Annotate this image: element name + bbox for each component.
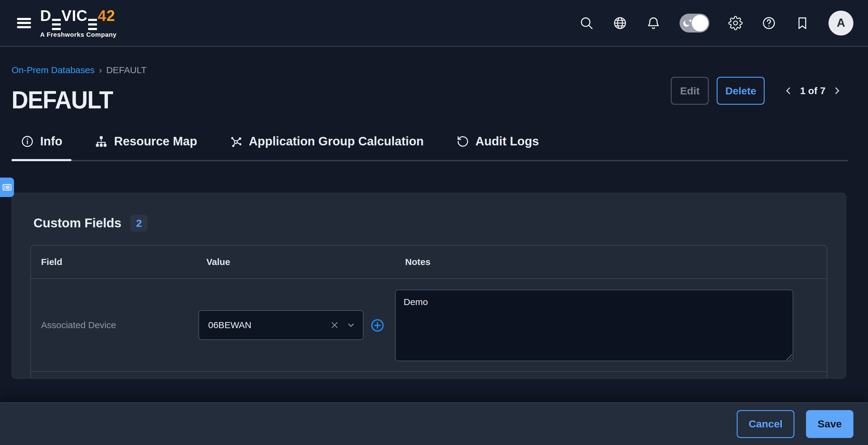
table-row [31,372,827,379]
tab-info[interactable]: Info [11,130,71,160]
tab-resource-map[interactable]: Resource Map [85,130,206,160]
cluster-icon [229,135,243,148]
pagination-label: 1 of 7 [800,85,826,97]
field-name-label: Associated Device [41,279,116,371]
topbar-actions: A [579,11,854,36]
user-avatar[interactable]: A [829,11,854,36]
bottom-action-bar: Cancel Save [0,402,868,445]
device42-logo[interactable]: DVIC42 A Freshworks Company [40,8,117,38]
logo-e-glyph [88,19,97,30]
page-title: DEFAULT [11,85,113,114]
custom-fields-table: Field Value Notes Associated Device 06BE… [30,245,827,379]
notes-textarea[interactable]: Demo [395,289,793,361]
record-pagination: 1 of 7 [783,85,842,97]
bookmark-icon[interactable] [795,16,810,30]
associated-device-select[interactable]: 06BEWAN [198,310,364,340]
app-root: DVIC42 A Freshworks Company [0,0,868,445]
logo-tagline: A Freshworks Company [40,31,117,38]
clear-x-icon[interactable] [330,320,340,330]
top-navigation-bar: DVIC42 A Freshworks Company [0,0,868,47]
save-button[interactable]: Save [806,410,854,438]
tab-label: Audit Logs [475,134,539,148]
table-header-row: Field Value Notes [31,246,827,279]
search-icon[interactable] [579,16,594,30]
tab-audit-logs[interactable]: Audit Logs [447,130,548,160]
title-actions: Edit Delete 1 of 7 [671,77,842,105]
cancel-button[interactable]: Cancel [737,410,795,438]
chevron-right-icon[interactable] [832,86,842,96]
breadcrumb-current: DEFAULT [106,65,147,75]
column-header-notes: Notes [405,257,817,267]
tab-label: Info [40,134,62,148]
column-header-field: Field [41,257,206,267]
breadcrumb: On-Prem Databases › DEFAULT [11,65,147,75]
delete-button[interactable]: Delete [717,77,765,105]
column-header-value: Value [206,257,405,267]
info-icon [21,135,34,148]
detail-tabs: Info Resource Map Application Group Calc… [11,130,848,161]
tab-label: Resource Map [114,134,197,148]
chevron-left-icon[interactable] [783,86,793,96]
hamburger-icon[interactable] [17,18,31,28]
logo-e-glyph [52,19,61,30]
logo-wordmark: DVIC42 [40,8,117,30]
side-panel-button[interactable] [0,178,14,197]
select-value: 06BEWAN [208,320,330,330]
table-row: Associated Device 06BEWAN Demo [31,279,827,372]
card-title: Custom Fields [33,216,121,230]
gear-icon[interactable] [728,16,743,30]
card-header: Custom Fields 2 [12,193,845,245]
bell-icon[interactable] [646,16,661,30]
chevron-down-icon[interactable] [346,320,356,330]
globe-icon[interactable] [613,16,627,30]
tab-application-group-calculation[interactable]: Application Group Calculation [220,130,433,160]
custom-fields-card: Custom Fields 2 Field Value Notes Associ… [11,193,846,379]
add-plus-icon[interactable] [370,318,385,333]
dark-mode-toggle[interactable] [680,14,709,32]
sitemap-icon [95,135,108,148]
tab-label: Application Group Calculation [249,134,424,148]
count-badge: 2 [130,215,147,232]
edit-button[interactable]: Edit [671,77,709,105]
toggle-knob [692,15,708,31]
list-panel-icon [2,182,12,193]
help-icon[interactable] [762,16,776,30]
breadcrumb-separator: › [99,65,102,75]
breadcrumb-link[interactable]: On-Prem Databases [11,65,95,75]
history-icon [456,135,469,148]
